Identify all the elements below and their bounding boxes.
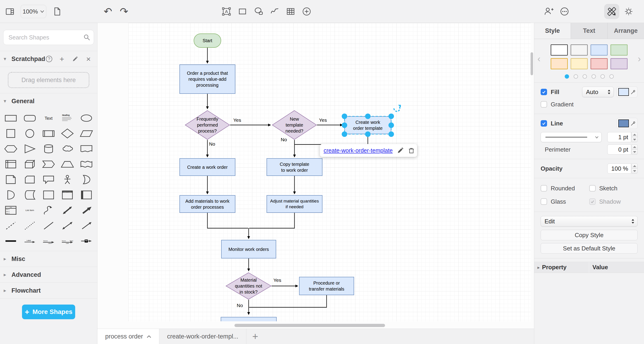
sketch-checkbox[interactable]: [589, 185, 596, 191]
shape-cloud[interactable]: [58, 141, 77, 156]
undo-icon[interactable]: ↶: [103, 6, 113, 17]
swatch-page-dot-5[interactable]: [610, 74, 614, 79]
style-swatch-0[interactable]: [551, 45, 568, 56]
opacity-input[interactable]: [607, 164, 631, 174]
tab-arrange[interactable]: Arrange: [607, 23, 644, 39]
opacity-stepper[interactable]: [632, 164, 638, 174]
flow-node-partial[interactable]: [221, 317, 276, 321]
edit-style-select[interactable]: Edit: [541, 216, 638, 227]
shape-curve[interactable]: [39, 202, 58, 218]
shape-document[interactable]: [77, 141, 96, 156]
scratchpad-header[interactable]: ▾ Scratchpad ? + ×: [0, 51, 97, 67]
page-tab-1[interactable]: create-work-order-templ...: [159, 329, 246, 344]
shape-vertical-container[interactable]: Vertical Container: [58, 187, 77, 202]
shape-bidirectional-arrow[interactable]: [58, 202, 77, 218]
shape-rounded-rectangle[interactable]: [20, 110, 39, 126]
shape-line[interactable]: [39, 218, 58, 233]
perimeter-stepper[interactable]: [632, 145, 638, 155]
add-shape-icon[interactable]: [301, 6, 312, 17]
shape-list-item[interactable]: List Item: [20, 202, 39, 218]
section-general[interactable]: ▾ General: [0, 93, 97, 109]
shape-horizontal-container[interactable]: [77, 187, 96, 202]
shape-label-arrow[interactable]: Label: [20, 233, 39, 249]
section-advanced[interactable]: ▸Advanced: [0, 267, 97, 282]
shape-internal-storage[interactable]: [2, 156, 20, 172]
shape-note[interactable]: [2, 172, 20, 187]
swatch-page-dot-1[interactable]: [574, 74, 578, 79]
line-checkbox[interactable]: [541, 120, 547, 127]
fill-checkbox[interactable]: [541, 89, 547, 95]
shape-diamond[interactable]: [58, 126, 77, 141]
shape-text[interactable]: Text: [39, 110, 58, 126]
flow-node-copy[interactable]: Copy template to work order: [266, 158, 322, 176]
tab-style[interactable]: Style: [534, 23, 571, 39]
rectangle-tool-icon[interactable]: [237, 6, 248, 17]
shape-source-target-arrow[interactable]: SourceLabelTarget: [58, 233, 77, 249]
style-swatch-1[interactable]: [571, 45, 588, 56]
shape-callout[interactable]: [39, 172, 58, 187]
text-tool-icon[interactable]: A: [221, 6, 232, 17]
page-tab-0[interactable]: process order: [98, 329, 159, 344]
shape-source-label-arrow[interactable]: SourceLabel: [39, 233, 58, 249]
freehand-tool-icon[interactable]: [269, 6, 280, 17]
shadow-checkbox[interactable]: [589, 198, 596, 205]
edit-icon[interactable]: [72, 55, 79, 63]
shape-and[interactable]: [2, 187, 20, 202]
flow-node-selected[interactable]: Create work order template: [344, 116, 391, 134]
scratchpad-dropzone[interactable]: Drag elements here: [8, 72, 90, 88]
shape-box-arrow[interactable]: [77, 233, 96, 249]
style-swatch-2[interactable]: [590, 45, 608, 56]
section-misc[interactable]: ▸Misc: [0, 251, 97, 267]
theme-icon[interactable]: [623, 6, 634, 17]
shape-textbox[interactable]: Heading: [58, 110, 77, 126]
copy-style-button[interactable]: Copy Style: [541, 230, 638, 240]
flow-node-proc[interactable]: Procedure or transfer materials: [299, 277, 354, 295]
line-width-input[interactable]: [607, 132, 631, 142]
horizontal-scrollbar[interactable]: [234, 324, 385, 327]
shape-card[interactable]: [20, 172, 39, 187]
shape-bidirectional-connector[interactable]: [58, 218, 77, 233]
shape-list[interactable]: ListItem 1Item 2Item 3: [2, 202, 20, 218]
perimeter-input[interactable]: [607, 145, 631, 155]
flow-node-d2[interactable]: New template needed?: [272, 110, 317, 140]
delete-link-icon[interactable]: [408, 147, 415, 154]
swatch-page-dot-2[interactable]: [582, 74, 587, 79]
add-page-button[interactable]: +: [246, 329, 264, 344]
flow-node-create[interactable]: Create a work order: [180, 158, 235, 176]
shape-data-storage[interactable]: [20, 187, 39, 202]
swatch-page-dot-3[interactable]: [592, 74, 596, 79]
vertical-scrollbar[interactable]: [530, 52, 533, 75]
shape-triangle[interactable]: [20, 141, 39, 156]
help-icon[interactable]: ?: [46, 56, 52, 62]
shape-step[interactable]: [39, 156, 58, 172]
shape-tape[interactable]: [77, 156, 96, 172]
ellipse-tool-icon[interactable]: [253, 6, 264, 17]
fill-color-button[interactable]: [616, 87, 638, 98]
shape-dashed-line[interactable]: [2, 218, 20, 233]
share-icon[interactable]: [544, 6, 554, 17]
swatch-page-dot-0[interactable]: [565, 74, 569, 79]
shape-actor[interactable]: [58, 172, 77, 187]
swatch-next-icon[interactable]: ›: [638, 54, 641, 63]
zoom-dropdown[interactable]: 100%: [21, 5, 46, 18]
property-column-header[interactable]: ▸ Property: [534, 262, 589, 273]
tab-text[interactable]: Text: [571, 23, 607, 39]
shape-directional-connector[interactable]: [77, 218, 96, 233]
style-swatch-3[interactable]: [610, 45, 628, 56]
shape-square[interactable]: [2, 126, 20, 141]
shape-ellipse[interactable]: [77, 110, 96, 126]
more-shapes-button[interactable]: + More Shapes: [22, 304, 75, 319]
section-flowchart[interactable]: ▸Flowchart: [0, 283, 97, 298]
shape-trapezoid[interactable]: [58, 156, 77, 172]
drawing-canvas[interactable]: StartOrder a product that requires value…: [98, 23, 534, 329]
shape-parallelogram[interactable]: [77, 126, 96, 141]
table-tool-icon[interactable]: [285, 6, 296, 17]
close-icon[interactable]: ×: [85, 55, 92, 63]
line-width-stepper[interactable]: [632, 132, 638, 142]
redo-icon[interactable]: ↷: [119, 6, 129, 17]
shape-rectangle[interactable]: [2, 110, 20, 126]
shape-process[interactable]: [39, 126, 58, 141]
page-outline-icon[interactable]: [52, 6, 62, 17]
shape-hexagon[interactable]: [2, 141, 20, 156]
flow-node-d1[interactable]: Frequently performed process?: [185, 110, 230, 140]
